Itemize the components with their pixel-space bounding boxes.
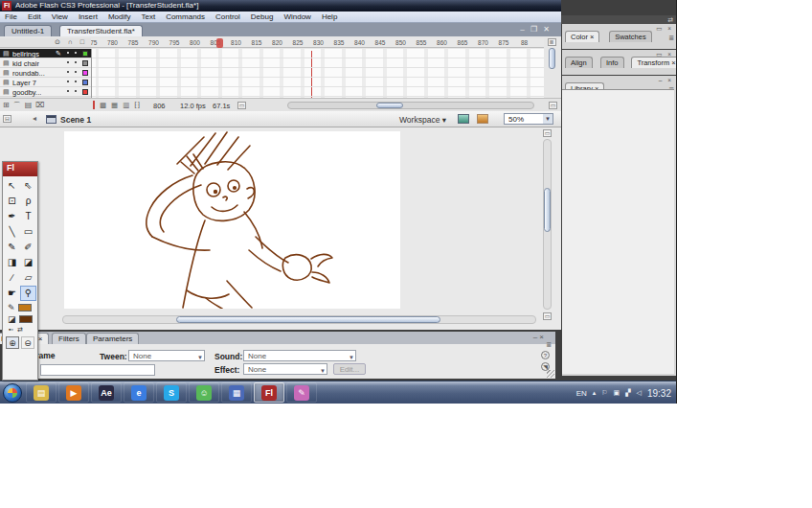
- panel-tab-align[interactable]: Align: [565, 57, 593, 68]
- swap-colors-icon[interactable]: ⇄: [17, 326, 23, 334]
- panel-tab-swatches[interactable]: Swatches: [609, 31, 652, 42]
- menu-text[interactable]: Text: [141, 12, 155, 21]
- properties-panel-menu-icon[interactable]: ≣: [546, 341, 552, 349]
- layer-outline-color-swatch[interactable]: [82, 89, 88, 95]
- insert-folder-button[interactable]: ▤: [25, 101, 33, 111]
- tab-untitled-1[interactable]: Untitled-1: [4, 25, 52, 36]
- language-indicator[interactable]: EN: [576, 389, 587, 398]
- pencil-tool[interactable]: ✎: [4, 240, 20, 255]
- stroke-color-row[interactable]: ✎: [3, 301, 37, 312]
- free-transform-tool[interactable]: ⊡: [4, 194, 20, 209]
- timeline-h-scroll-thumb[interactable]: [376, 103, 403, 108]
- menu-insert[interactable]: Insert: [79, 12, 98, 21]
- taskbar-photo-viewer[interactable]: ▦: [221, 382, 252, 403]
- lock-layers-icon[interactable]: ∩: [68, 38, 76, 45]
- edit-scene-icon[interactable]: [458, 114, 469, 124]
- tools-palette-title[interactable]: Fl: [3, 162, 37, 176]
- timeline-h-scrollbar[interactable]: [287, 102, 534, 109]
- layer-visibility-dot[interactable]: [67, 52, 69, 54]
- sound-select[interactable]: None▼: [243, 350, 356, 361]
- selection-tool[interactable]: ↖: [4, 178, 20, 194]
- hidden-icons-icon[interactable]: ▴: [593, 389, 597, 397]
- layer-outline-color-swatch[interactable]: [82, 70, 88, 76]
- layer-kid-chair[interactable]: ▤kid chair: [0, 58, 91, 68]
- paint-bucket-tool[interactable]: ◪: [20, 255, 36, 270]
- stage-h-scroll-thumb[interactable]: [176, 316, 440, 323]
- eraser-tool[interactable]: ▱: [20, 270, 36, 286]
- layer-outline-color-swatch[interactable]: [82, 51, 88, 57]
- lasso-tool[interactable]: ρ: [20, 194, 36, 209]
- frame-row[interactable]: [92, 58, 544, 68]
- panel-tab-info[interactable]: Info: [600, 57, 624, 68]
- layer-visibility-dot[interactable]: [67, 81, 69, 82]
- tab-filters[interactable]: Filters: [52, 333, 86, 344]
- ink-bottle-tool[interactable]: ◨: [4, 255, 20, 270]
- layer-visibility-dot[interactable]: [67, 71, 69, 73]
- taskbar-internet-explorer[interactable]: e: [124, 382, 154, 403]
- stroke-color-swatch[interactable]: [18, 304, 32, 312]
- menu-commands[interactable]: Commands: [166, 12, 205, 21]
- tween-select[interactable]: None▼: [128, 350, 205, 361]
- timeline-ruler[interactable]: 7757807857907958008058108158208258308358…: [91, 38, 544, 48]
- stage[interactable]: [64, 131, 400, 309]
- resize-grip[interactable]: [547, 370, 554, 378]
- tab-parameters[interactable]: Parameters: [86, 333, 139, 344]
- layer-lock-dot[interactable]: [75, 90, 77, 92]
- stage-v-scrollbar[interactable]: [543, 139, 552, 310]
- action-center-flag-icon[interactable]: ⚐: [601, 389, 607, 397]
- help-icon[interactable]: ?: [541, 351, 550, 359]
- fill-color-swatch[interactable]: [19, 315, 33, 323]
- hand-tool[interactable]: ☛: [4, 286, 20, 301]
- back-arrow-icon[interactable]: ◂: [33, 114, 36, 123]
- layer-outline-color-swatch[interactable]: [82, 60, 88, 66]
- stage-zoom-select[interactable]: 50% ▼: [504, 113, 553, 125]
- onion-skin-button[interactable]: ▩: [100, 101, 106, 109]
- taskbar-after-effects[interactable]: Ae: [91, 382, 122, 403]
- document-window-controls[interactable]: ‒ ❐ ✕: [520, 25, 552, 34]
- frame-name-input[interactable]: [40, 364, 155, 376]
- brush-tool[interactable]: ✐: [20, 240, 36, 255]
- frame-row[interactable]: [92, 78, 544, 87]
- edit-effect-button[interactable]: Edit...: [333, 363, 366, 375]
- timeline-toggle-icon[interactable]: ⊟: [3, 115, 11, 123]
- workspace-dropdown[interactable]: Workspace ▾: [399, 115, 446, 125]
- stage-v-scroll-thumb[interactable]: [544, 188, 551, 232]
- volume-icon[interactable]: ◁: [637, 389, 642, 397]
- line-tool[interactable]: ╲: [4, 224, 20, 240]
- panel-tab-color-[interactable]: Color ×: [565, 31, 599, 42]
- menu-modify[interactable]: Modify: [108, 12, 131, 21]
- effect-select[interactable]: None▼: [243, 363, 327, 375]
- layer-Layer-7[interactable]: ▤Layer 7: [0, 78, 91, 87]
- menu-debug[interactable]: Debug: [251, 12, 274, 21]
- outline-layers-icon[interactable]: □: [80, 38, 87, 45]
- show-hide-layers-icon[interactable]: ⊙: [55, 38, 63, 45]
- layer-lock-dot[interactable]: [75, 71, 77, 73]
- taskbar-explorer[interactable]: ▤: [26, 382, 56, 403]
- timeline-v-scroll-thumb[interactable]: [549, 48, 555, 69]
- menu-edit[interactable]: Edit: [28, 12, 41, 21]
- zoom-in-option[interactable]: ⊕: [6, 336, 19, 349]
- menu-help[interactable]: Help: [322, 12, 337, 21]
- library-panel-body[interactable]: [562, 89, 674, 374]
- modify-onion-markers-button[interactable]: ⁅⁆: [134, 101, 140, 109]
- network-icon[interactable]: ▞: [625, 389, 630, 397]
- taskbar-skype[interactable]: S: [156, 382, 187, 403]
- taskbar-messenger[interactable]: ☺: [189, 382, 219, 403]
- layer-lock-dot[interactable]: [75, 81, 77, 82]
- pen-tool[interactable]: ✒: [4, 209, 20, 224]
- clock[interactable]: 19:32: [647, 388, 671, 399]
- layer-outline-color-swatch[interactable]: [82, 80, 88, 85]
- taskbar-paint[interactable]: ✎: [286, 382, 317, 403]
- layer-visibility-dot[interactable]: [67, 61, 69, 63]
- subselection-tool[interactable]: ⇖: [20, 178, 36, 194]
- fill-color-row[interactable]: ◪: [3, 312, 37, 324]
- add-motion-guide-button[interactable]: ⌒: [13, 101, 21, 111]
- frame-view-menu-icon[interactable]: ≣: [548, 38, 556, 46]
- menu-view[interactable]: View: [52, 12, 68, 21]
- stage-h-scrollbar[interactable]: [62, 315, 536, 324]
- panel-tab-transform-[interactable]: Transform ×: [631, 57, 677, 68]
- default-colors-icon[interactable]: ▪▫: [9, 326, 13, 334]
- taskbar-flash[interactable]: Fl: [254, 382, 284, 403]
- properties-window-controls[interactable]: ‒ ×: [533, 333, 544, 341]
- edit-multiple-frames-button[interactable]: ▥: [123, 101, 129, 109]
